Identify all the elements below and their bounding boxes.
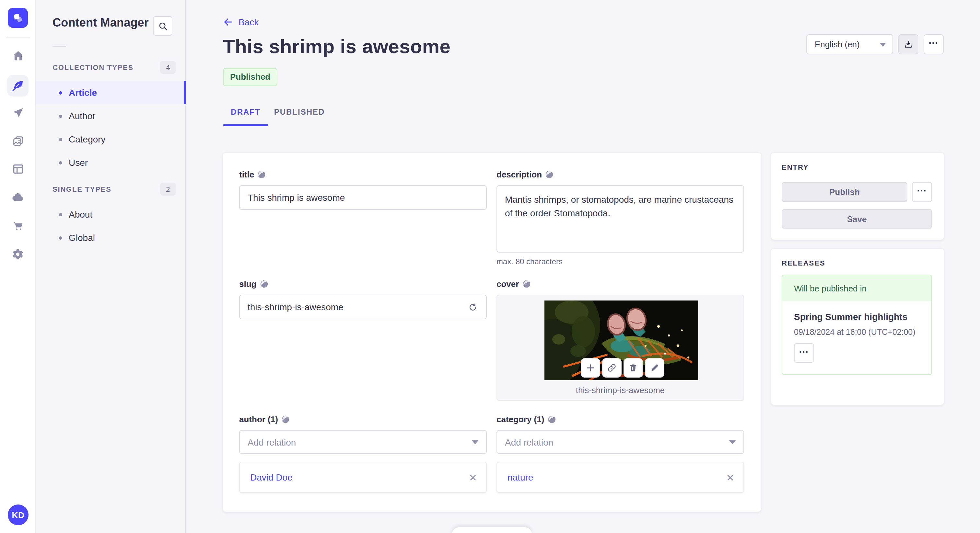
export-button[interactable] — [898, 34, 918, 54]
cloud-icon[interactable] — [7, 187, 29, 208]
category-relation-link[interactable]: nature — [508, 472, 533, 482]
bullet-icon — [59, 213, 62, 216]
content-manager-sidebar: Content Manager COLLECTION TYPES 4 Artic… — [36, 0, 186, 533]
active-tab-underline — [223, 124, 268, 126]
collection-types-header: COLLECTION TYPES — [52, 63, 134, 71]
search-icon — [158, 21, 167, 31]
field-category: category (1) Add relation nature ✕ — [496, 414, 744, 493]
ellipsis-icon: ⋯ — [929, 38, 939, 51]
paper-plane-icon[interactable] — [7, 102, 29, 123]
title-field-label: title — [239, 170, 254, 179]
category-relation-item: nature ✕ — [496, 462, 744, 493]
sidebar-item-article[interactable]: Article — [36, 81, 186, 104]
locale-select[interactable]: English (en) — [806, 34, 893, 54]
author-relation-placeholder: Add relation — [248, 437, 296, 447]
link-icon — [607, 363, 616, 373]
slug-field-label: slug — [239, 279, 256, 289]
release-more-button[interactable]: ⋯ — [794, 343, 814, 363]
sidebar-item-about[interactable]: About — [36, 203, 186, 226]
trash-icon — [629, 363, 638, 373]
icon-rail: KD — [0, 0, 36, 533]
description-field-label: description — [496, 170, 542, 179]
field-slug: slug — [239, 279, 487, 319]
strapi-logo-glyph — [12, 12, 24, 24]
release-status: Will be published in — [782, 275, 931, 301]
delete-media-button[interactable] — [624, 358, 643, 378]
sidebar-item-author[interactable]: Author — [36, 104, 186, 128]
content-type-builder-icon[interactable] — [7, 158, 29, 179]
category-field-label: category (1) — [496, 414, 544, 424]
feather-content-manager-icon[interactable] — [7, 75, 29, 97]
floating-action-bar[interactable] — [452, 527, 532, 533]
i18n-globe-icon — [281, 415, 290, 424]
release-date: 09/18/2024 at 16:00 (UTC+02:00) — [794, 328, 915, 337]
search-button[interactable] — [153, 16, 172, 36]
publish-button[interactable]: Publish — [782, 182, 907, 202]
entry-more-button[interactable]: ⋯ — [912, 182, 932, 202]
author-relation-item: David Doe ✕ — [239, 462, 487, 493]
releases-panel-title: RELEASES — [782, 259, 826, 267]
category-relation-placeholder: Add relation — [505, 437, 553, 447]
sidebar-item-global[interactable]: Global — [36, 226, 186, 249]
title-input[interactable] — [239, 185, 487, 210]
gear-icon[interactable] — [7, 244, 29, 265]
tab-draft[interactable]: DRAFT — [223, 106, 268, 118]
bullet-icon — [59, 91, 62, 94]
chevron-down-icon — [472, 440, 478, 444]
save-button[interactable]: Save — [782, 209, 932, 228]
cart-icon[interactable] — [7, 215, 29, 236]
refresh-icon — [468, 302, 477, 312]
author-relation-link[interactable]: David Doe — [250, 472, 293, 482]
edit-media-button[interactable] — [645, 358, 664, 378]
rail-divider — [6, 37, 30, 38]
cover-field-label: cover — [496, 279, 519, 289]
author-relation-combobox[interactable]: Add relation — [239, 430, 487, 454]
author-field-label: author (1) — [239, 414, 278, 424]
field-title: title — [239, 170, 487, 210]
slug-input[interactable] — [239, 295, 487, 319]
entry-panel-title: ENTRY — [782, 163, 809, 171]
locale-value: English (en) — [815, 40, 860, 49]
field-description: description max. 80 characters — [496, 170, 744, 266]
description-textarea[interactable] — [496, 185, 744, 252]
back-arrow-icon — [223, 17, 233, 27]
download-icon — [904, 40, 913, 49]
entry-panel: ENTRY Publish ⋯ Save — [771, 153, 944, 240]
single-types-header: SINGLE TYPES — [52, 185, 111, 193]
bullet-icon — [59, 138, 62, 141]
sidebar-item-user[interactable]: User — [36, 151, 186, 174]
chevron-down-icon — [729, 440, 736, 444]
i18n-globe-icon — [545, 170, 554, 179]
edit-form-card: title description max. 80 characters slu… — [223, 153, 761, 512]
field-author: author (1) Add relation David Doe ✕ — [239, 414, 487, 493]
user-avatar[interactable]: KD — [8, 504, 29, 525]
sidebar-item-category[interactable]: Category — [36, 128, 186, 151]
remove-relation-icon[interactable]: ✕ — [726, 473, 734, 482]
strapi-logo[interactable] — [8, 8, 28, 28]
back-label: Back — [239, 17, 259, 27]
release-name[interactable]: Spring Summer highlights — [794, 311, 907, 322]
sidebar-item-label: User — [69, 157, 88, 168]
add-media-button[interactable] — [581, 358, 600, 378]
i18n-globe-icon — [259, 280, 268, 288]
cover-media-panel: this-shrimp-is-awesome — [496, 295, 744, 401]
sidebar-item-label: About — [69, 209, 92, 219]
home-icon[interactable] — [7, 45, 29, 66]
back-link[interactable]: Back — [223, 17, 259, 27]
status-badge: Published — [223, 68, 277, 86]
sidebar-divider — [52, 46, 66, 47]
copy-link-button[interactable] — [602, 358, 622, 378]
bullet-icon — [59, 114, 62, 117]
sidebar-item-label: Article — [69, 87, 97, 98]
i18n-globe-icon — [257, 170, 266, 179]
media-library-icon[interactable] — [7, 130, 29, 152]
category-relation-combobox[interactable]: Add relation — [496, 430, 744, 454]
regenerate-slug-button[interactable] — [465, 300, 480, 314]
plus-icon — [586, 363, 595, 373]
ellipsis-icon: ⋯ — [799, 346, 809, 360]
header-more-button[interactable]: ⋯ — [924, 34, 944, 54]
description-helper: max. 80 characters — [496, 257, 744, 266]
remove-relation-icon[interactable]: ✕ — [469, 473, 477, 482]
tab-published[interactable]: PUBLISHED — [278, 106, 321, 118]
releases-panel: RELEASES Will be published in Spring Sum… — [771, 249, 944, 405]
